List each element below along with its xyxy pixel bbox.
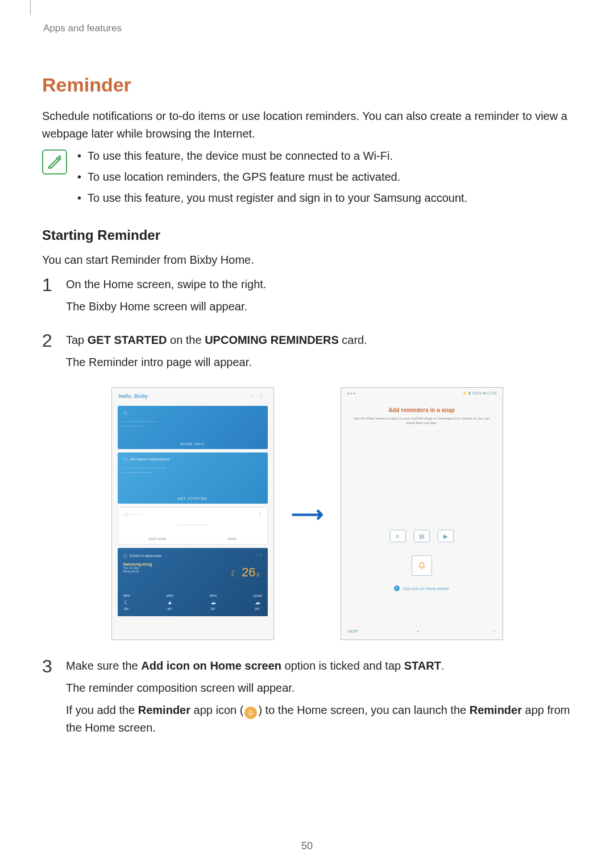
step3-line1: Make sure the Add icon on Home screen op… — [66, 657, 572, 675]
step3-line2: The reminder composition screen will app… — [66, 679, 572, 697]
note-item: To use location reminders, the GPS featu… — [77, 168, 572, 186]
label: JUST NOW — [148, 537, 166, 541]
section-title: Reminder — [42, 74, 572, 96]
text-bold: START — [404, 659, 441, 672]
weather-temp: ☾ 26c — [231, 565, 259, 580]
step1-line2: The Bixby Home screen will appear. — [66, 298, 572, 315]
step2-line2: The Reminder intro page will appear. — [66, 354, 572, 371]
text: option is ticked and tap — [281, 659, 404, 672]
text-bold: UPCOMING REMINDERS — [205, 334, 339, 346]
header-icons: ○ ⋮ — [250, 393, 267, 399]
text-bold: Reminder — [138, 704, 190, 716]
text: card. — [339, 334, 367, 346]
figure-row: Hello, Bixby ○ ⋮ ◯ — — — — — — — — — — —… — [42, 387, 572, 640]
text: on the — [167, 334, 205, 346]
page-number: 50 — [0, 840, 614, 852]
step3-line3: If you add the Reminder app icon ( ) to … — [66, 701, 572, 737]
note-icon — [42, 149, 67, 175]
text: ) to the Home screen, you can launch the — [258, 704, 469, 716]
moon-icon: ☾ — [231, 569, 238, 578]
text: . — [441, 659, 445, 672]
card-button: MORE INFO — [180, 442, 205, 446]
reminder-app-tile — [412, 555, 432, 576]
checkbox-label: Add icon on Home screen — [403, 587, 449, 591]
text-bold: Reminder — [470, 704, 522, 716]
tablet-bixby-home: Hello, Bixby ○ ⋮ ◯ — — — — — — — — — — —… — [111, 387, 274, 640]
card-title: TODAY'S WEATHER — [130, 554, 161, 558]
subheading: Starting Reminder — [42, 227, 572, 243]
add-icon-checkbox: ✓ Add icon on Home screen — [341, 585, 503, 591]
arrow-right-icon: ⟶ — [291, 501, 323, 527]
subintro: You can start Reminder from Bixby Home. — [42, 251, 572, 269]
intro-desc: Use the share feature in apps to save st… — [352, 417, 491, 426]
text: app icon ( — [190, 704, 243, 716]
step2-line1: Tap GET STARTED on the UPCOMING REMINDER… — [66, 331, 572, 349]
text: Tap — [66, 334, 88, 346]
reminder-app-icon — [244, 707, 257, 719]
next-icon: › — [494, 629, 496, 634]
status-icons: ◂ ◂ ◂ — [347, 391, 356, 396]
step-number: 3 — [42, 657, 57, 675]
label: SAVE — [227, 537, 237, 541]
tablet-reminder-intro: ◂ ◂ ◂ ⚡ ▮ 100% ■ 12:00 Add reminders in … — [341, 387, 503, 640]
intro-apps: ≡ ▤ ▶ — [341, 530, 503, 542]
weather-card: ◯ TODAY'S WEATHER ○ ⋮ Samsung-dong Tue, … — [118, 548, 268, 616]
status-right: ⚡ ▮ 100% ■ 12:00 — [462, 391, 496, 396]
skip-button: SKIP — [348, 629, 358, 634]
app-tile-icon: ≡ — [390, 530, 406, 542]
bixby-greeting: Hello, Bixby — [119, 393, 148, 399]
intro-title: Add reminders in a snap — [341, 407, 503, 413]
text-bold: GET STARTED — [88, 334, 167, 346]
breadcrumb: Apps and features — [43, 23, 572, 34]
step1-line1: On the Home screen, swipe to the right. — [66, 276, 572, 293]
text: Make sure the — [66, 659, 141, 672]
bixby-card: ◯ — — — — — — — — — — — — — MORE INFO — [118, 406, 268, 449]
step-number: 2 — [42, 331, 57, 350]
get-started-button: GET STARTED — [177, 497, 207, 500]
more-icon: ⋮ — [257, 511, 263, 517]
pager-dots: • · · — [417, 629, 435, 634]
check-icon: ✓ — [394, 585, 400, 591]
app-tile-icon: ▤ — [414, 530, 430, 542]
bixby-card: ◯ — — — ⋮ — — — — — — — JUST NOW SAVE — [118, 507, 268, 545]
app-tile-icon: ▶ — [438, 530, 454, 542]
card-title: UPCOMING REMINDERS — [130, 458, 170, 461]
note-list: To use this feature, the device must be … — [77, 147, 572, 210]
note-item: To use this feature, the device must be … — [77, 147, 572, 165]
text: If you add the — [66, 704, 138, 716]
note-item: To use this feature, you must register a… — [77, 189, 572, 207]
text-bold: Add icon on Home screen — [141, 659, 281, 672]
upcoming-reminders-card: ◯ UPCOMING REMINDERS — — — — — — — — — —… — [118, 452, 268, 504]
intro-paragraph: Schedule notifications or to-do items or… — [42, 107, 572, 143]
step-number: 1 — [42, 276, 57, 294]
